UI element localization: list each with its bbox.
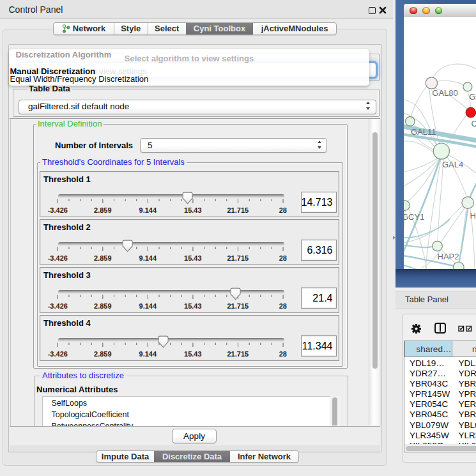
svg-text:GCY1: GCY1 bbox=[404, 212, 424, 222]
svg-text:C: C bbox=[471, 119, 476, 128]
svg-text:GAL4: GAL4 bbox=[442, 160, 463, 169]
svg-text:H: H bbox=[470, 211, 475, 220]
svg-text:GAL11: GAL11 bbox=[411, 127, 436, 137]
svg-text:HAP2: HAP2 bbox=[437, 252, 459, 261]
svg-text:GA: GA bbox=[469, 92, 476, 102]
svg-text:GAL80: GAL80 bbox=[432, 88, 457, 98]
